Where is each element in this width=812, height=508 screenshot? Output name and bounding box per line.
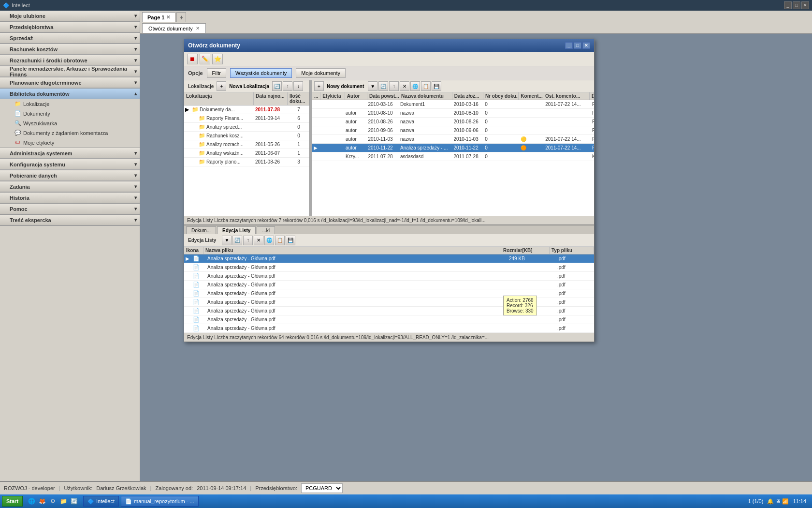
doc-action2-button[interactable]: 🌐 xyxy=(410,81,420,91)
file-up-button[interactable]: ↑ xyxy=(243,236,253,245)
cmd-icon[interactable]: ⚙ xyxy=(48,496,58,506)
list-item[interactable]: 📄 Analiza sprzedaży - Główna.pdf .pdf xyxy=(184,315,594,324)
dialog-edit-button[interactable]: ✏️ xyxy=(200,54,210,64)
refresh-icon[interactable]: 🔄 xyxy=(69,496,79,506)
doc-cell-koment xyxy=(519,113,543,114)
file-filter-button[interactable]: ▼ xyxy=(222,236,232,245)
doc-refresh-button[interactable]: 🔄 xyxy=(378,81,388,91)
chevron-icon: ▾ xyxy=(134,150,137,156)
tree-row[interactable]: 📁 Raporty plano... 2011-08-26 3 xyxy=(184,158,309,166)
list-item[interactable]: 📄 Analiza sprzedaży - Główna.pdf .pdf xyxy=(184,263,594,272)
sidebar-section-header-konfiguracja[interactable]: Konfiguracja systemu ▾ xyxy=(0,159,140,170)
fp-tab-edycja[interactable]: Edycja Listy xyxy=(217,226,256,234)
my-docs-button[interactable]: Moje dokumenty xyxy=(296,68,346,78)
fp-tab-dokum[interactable]: Dokum... xyxy=(186,226,216,234)
doc-filter-button[interactable]: ▼ xyxy=(368,81,377,91)
doc-action4-button[interactable]: 💾 xyxy=(432,81,441,91)
folder-icon[interactable]: 📁 xyxy=(58,496,68,506)
pdf-icon: 📄 xyxy=(193,316,200,322)
dialog-stop-button[interactable]: ⏹ xyxy=(187,54,198,64)
firefox-icon[interactable]: 🦊 xyxy=(37,496,47,506)
all-docs-button[interactable]: Wszystkie dokumenty xyxy=(230,68,292,78)
list-item[interactable]: 📄 Analiza sprzedaży - Główna.pdf .pdf xyxy=(184,281,594,289)
file-cell-name: Analiza sprzedaży - Główna.pdf xyxy=(205,282,507,288)
ie-icon[interactable]: 🌐 xyxy=(27,496,36,506)
list-item[interactable]: 📄 Analiza sprzedaży - Główna.pdf .pdf xyxy=(184,324,594,333)
file-toolbar-label: Edycja Listy xyxy=(186,237,218,244)
table-row[interactable]: autor 2010-08-26 nazwa 2010-08-26 0 Ferd… xyxy=(312,118,594,126)
tree-row[interactable]: 📁 Analizy sprzed... 0 xyxy=(184,123,309,132)
file-action2-button[interactable]: 🌐 xyxy=(264,236,274,245)
new-doc-button[interactable]: + xyxy=(314,81,324,91)
sidebar-section-header-sprzedaz[interactable]: Sprzedaż ▾ xyxy=(0,33,140,44)
sidebar-section-header-przedsiebiorstwa[interactable]: Przedsiębiorstwa ▾ xyxy=(0,22,140,32)
taskbar-btn-intellect[interactable]: 🔷 Intellect xyxy=(83,496,119,507)
table-row[interactable]: 2010-03-16 Dokument1 2010-03-16 0 2011-0… xyxy=(312,100,594,109)
sub-tab-otwórz-dokumenty[interactable]: Otwórz dokumenty ✕ xyxy=(142,23,206,33)
sidebar-item-lokalizacje[interactable]: 📁 Lokalizacje xyxy=(0,99,140,109)
sidebar-item-dokumenty[interactable]: 📄 Dokumenty xyxy=(0,109,140,119)
list-item[interactable]: ▶ 📄 Analiza sprzedaży - Główna.pdf 249 K… xyxy=(184,254,594,263)
doc-cell-nr-obcy: 0 xyxy=(483,136,519,142)
sidebar-section-header-moje-ulubione[interactable]: Moje ulubione ▾ xyxy=(0,11,140,21)
sidebar-section-header-administracja[interactable]: Administracja systemem ▾ xyxy=(0,148,140,159)
doc-cell-autor: autor xyxy=(344,119,366,125)
close-button[interactable]: ✕ xyxy=(801,1,809,9)
dialog-close-button[interactable]: ✕ xyxy=(582,42,590,49)
file-action4-button[interactable]: 💾 xyxy=(286,236,295,245)
sidebar-section-header-panele[interactable]: Panele menadżerskie, Arkusze i Sprawozda… xyxy=(0,66,140,77)
file-refresh-button[interactable]: 🔄 xyxy=(232,236,242,245)
tab-close-icon[interactable]: ✕ xyxy=(166,15,170,20)
sidebar-item-moje-etykiety[interactable]: 🏷 Moje etykiety xyxy=(0,138,140,148)
dialog-minimize-button[interactable]: _ xyxy=(565,42,573,49)
file-status-bar: Edycja Listy Liczba zaczytanych rekordów… xyxy=(184,333,594,342)
doc-action1-button[interactable]: ✕ xyxy=(400,81,409,91)
sidebar-item-wyszukiwarka[interactable]: 🔍 Wyszukiwarka xyxy=(0,119,140,128)
dialog-star-button[interactable]: ⭐ xyxy=(212,54,223,64)
sidebar-section-header-pobieranie[interactable]: Pobieranie danych ▾ xyxy=(0,170,140,181)
start-button[interactable]: Start xyxy=(2,496,23,507)
enterprise-select[interactable]: PCGUARD xyxy=(301,483,343,493)
fp-tab-ki[interactable]: ...ki xyxy=(257,226,275,234)
tab-add-button[interactable]: + xyxy=(176,12,186,22)
new-location-button[interactable]: + xyxy=(217,81,226,91)
tree-up-button[interactable]: ↑ xyxy=(283,81,292,91)
taskbar-btn-manual[interactable]: 📄 manual_repozytorium - ... xyxy=(121,496,199,507)
doc-cell-nazwa: Analiza sprzedaży - ... xyxy=(398,145,452,151)
sidebar-section-header-planowanie[interactable]: Planowanie długoterminowe ▾ xyxy=(0,77,140,88)
tree-row[interactable]: 📁 Analizy wskaźn... 2011-06-07 1 xyxy=(184,149,309,158)
tree-row[interactable]: ▶ 📁 Dokumenty da... 2011-07-28 7 xyxy=(184,105,309,114)
sidebar-section-biblioteka: Biblioteka dokumentów ▴ 📁 Lokalizacje 📄 … xyxy=(0,89,140,148)
sidebar-section-header-rachunek-kosztow[interactable]: Rachunek kosztów ▾ xyxy=(0,44,140,55)
file-action1-button[interactable]: ✕ xyxy=(254,236,263,245)
file-action3-button[interactable]: 📋 xyxy=(275,236,285,245)
sidebar-section-pomoc: Pomoc ▾ xyxy=(0,204,140,215)
tree-row[interactable]: 📁 Rachunek kosz... 0 xyxy=(184,132,309,140)
sidebar-section-header-rozrachunki[interactable]: Rozrachunki i środki obrotowe ▾ xyxy=(0,55,140,66)
minimize-button[interactable]: _ xyxy=(784,1,792,9)
table-row[interactable]: autor 2010-09-06 nazwa 2010-09-06 0 Ferd… xyxy=(312,126,594,135)
table-row[interactable]: autor 2010-11-03 nazwa 2010-11-03 0 🟡 20… xyxy=(312,135,594,144)
list-item[interactable]: 📄 Analiza sprzedaży - Główna.pdf .pdf xyxy=(184,272,594,281)
tree-down-button[interactable]: ↓ xyxy=(293,81,303,91)
sidebar-item-dokumenty-komentarz[interactable]: 💬 Dokumenty z żądaniem komentarza xyxy=(0,128,140,138)
sub-tab-close-icon[interactable]: ✕ xyxy=(196,26,200,31)
tab-label: Page 1 xyxy=(147,15,164,20)
tree-row[interactable]: 📁 Analizy rozrach... 2011-05-26 1 xyxy=(184,140,309,149)
tree-refresh-button[interactable]: 🔄 xyxy=(272,81,282,91)
table-row[interactable]: Krzy... 2011-07-28 asdasdasd 2011-07-28 … xyxy=(312,152,594,161)
sidebar-section-header-zadania[interactable]: Zadania ▾ xyxy=(0,181,140,192)
table-row[interactable]: ▶ autor 2010-11-22 Analiza sprzedaży - .… xyxy=(312,144,594,152)
sidebar-section-header-historia[interactable]: Historia ▾ xyxy=(0,193,140,203)
sidebar-section-header-pomoc[interactable]: Pomoc ▾ xyxy=(0,204,140,214)
doc-action3-button[interactable]: 📋 xyxy=(421,81,431,91)
tree-row[interactable]: 📁 Raporty Finans... 2011-09-14 6 xyxy=(184,114,309,123)
filter-button[interactable]: Filtr xyxy=(207,68,226,78)
table-row[interactable]: autor 2010-08-10 nazwa 2010-08-10 0 Ferd… xyxy=(312,109,594,118)
sidebar-section-header-tresc[interactable]: Treść ekspercka ▾ xyxy=(0,215,140,225)
sidebar-section-header-biblioteka[interactable]: Biblioteka dokumentów ▴ xyxy=(0,89,140,99)
dialog-maximize-button[interactable]: □ xyxy=(574,42,581,49)
doc-up-button[interactable]: ↑ xyxy=(389,81,399,91)
maximize-button[interactable]: □ xyxy=(793,1,800,9)
tab-page1[interactable]: Page 1 ✕ xyxy=(142,12,175,22)
